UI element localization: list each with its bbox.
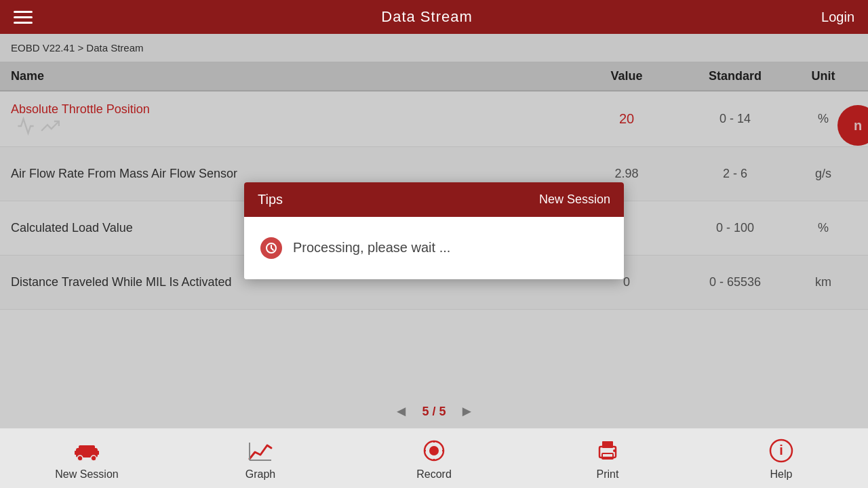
processing-icon [260, 237, 282, 259]
record-icon [419, 436, 449, 466]
page-title: Data Stream [381, 8, 473, 26]
app-header: Data Stream Login [0, 0, 868, 34]
tips-popup: Tips New Session Processing, please wait… [244, 182, 624, 279]
bottom-toolbar: New Session Graph Record [0, 427, 868, 488]
svg-rect-1 [79, 445, 95, 451]
toolbar-graph[interactable]: Graph [226, 436, 294, 481]
toolbar-record[interactable]: Record [400, 436, 468, 481]
svg-point-2 [77, 455, 83, 461]
toolbar-label: Print [597, 468, 619, 481]
popup-title: Tips [258, 192, 283, 207]
svg-rect-4 [75, 451, 77, 455]
toolbar-help[interactable]: i Help [747, 436, 815, 481]
popup-header: Tips New Session [244, 182, 624, 217]
svg-point-3 [91, 455, 96, 461]
toolbar-label: Help [770, 468, 793, 481]
toolbar-new-session[interactable]: New Session [53, 436, 121, 481]
car-icon [72, 436, 102, 466]
svg-point-17 [613, 449, 616, 452]
toolbar-label: Graph [245, 468, 275, 481]
toolbar-print[interactable]: Print [574, 436, 642, 481]
overlay: Tips New Session Processing, please wait… [0, 34, 868, 427]
graph-icon [245, 436, 275, 466]
toolbar-label: New Session [55, 468, 118, 481]
print-icon [593, 436, 623, 466]
popup-new-session-button[interactable]: New Session [539, 192, 610, 207]
svg-rect-5 [96, 451, 99, 455]
popup-body: Processing, please wait ... [244, 217, 624, 279]
toolbar-label: Record [416, 468, 452, 481]
menu-button[interactable] [14, 11, 33, 24]
svg-rect-15 [602, 441, 613, 448]
svg-point-9 [429, 446, 439, 455]
svg-text:i: i [779, 443, 783, 458]
processing-message: Processing, please wait ... [293, 240, 450, 256]
login-button[interactable]: Login [821, 9, 854, 25]
help-icon: i [766, 436, 796, 466]
